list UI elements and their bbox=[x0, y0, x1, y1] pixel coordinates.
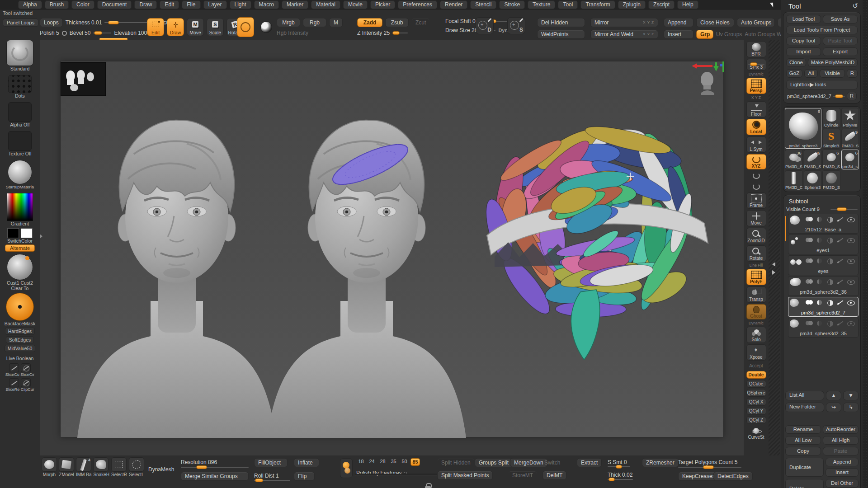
reference-thumbnail[interactable] bbox=[61, 62, 106, 96]
paint-icon[interactable] bbox=[806, 320, 813, 326]
menu-item-layer[interactable]: Layer bbox=[203, 0, 227, 9]
shelf-qcyl-z-button[interactable]: QCyl Z bbox=[746, 416, 766, 424]
detectedges-button[interactable]: DetectEdges bbox=[713, 472, 753, 481]
append-subtool-button[interactable]: Append bbox=[826, 458, 859, 466]
delmt-button[interactable]: DelMT bbox=[542, 471, 566, 480]
midvalue50-button[interactable]: MidValue50 bbox=[5, 345, 36, 352]
clipcurve-icon[interactable] bbox=[21, 378, 31, 387]
menu-item-render[interactable]: Render bbox=[440, 0, 467, 9]
paint-icon[interactable] bbox=[806, 258, 813, 263]
brush-slot-morph[interactable]: Morph bbox=[42, 457, 57, 477]
shelf-qsphere-button[interactable]: QSphere bbox=[746, 389, 766, 397]
rgb-intensity-slider[interactable]: Rgb Intensity bbox=[277, 30, 308, 36]
clone-button[interactable]: Clone bbox=[786, 58, 806, 67]
brush-icon[interactable] bbox=[837, 320, 844, 326]
loops-button[interactable]: Loops bbox=[40, 18, 63, 27]
z-intensity-slider[interactable]: Z Intensity 25 bbox=[357, 30, 390, 36]
resolution-preset-50[interactable]: 50 bbox=[400, 458, 409, 466]
all-low-button[interactable]: All Low bbox=[785, 436, 821, 445]
zsub-button[interactable]: Zsub bbox=[385, 18, 409, 27]
divider-collapse-right-icon[interactable] bbox=[772, 270, 775, 275]
paint-icon[interactable] bbox=[806, 300, 813, 305]
subtool-up-button[interactable]: ▲ bbox=[826, 391, 841, 400]
shade-icon[interactable] bbox=[816, 320, 823, 326]
lock-icon[interactable] bbox=[425, 486, 431, 488]
resolution-preset-24[interactable]: 24 bbox=[367, 458, 377, 466]
subtool-row-pm3d_sphere3d2_36[interactable]: pm3d_sphere3d2_36 bbox=[788, 276, 859, 296]
make-polymesh3d-button[interactable]: Make PolyMesh3D bbox=[808, 58, 858, 67]
storemt-button[interactable]: StoreMT bbox=[508, 471, 537, 480]
shelf-divider-strip[interactable] bbox=[769, 40, 780, 455]
shelf-l-sym-button[interactable]: L.Sym bbox=[746, 136, 766, 153]
save-as-button[interactable]: Save As bbox=[823, 15, 858, 23]
shelf-ghost-button[interactable]: Ghost bbox=[746, 304, 766, 319]
color-picker[interactable] bbox=[7, 193, 33, 221]
dynamic-draw-size-d-button[interactable]: D bbox=[476, 17, 494, 34]
hardedges-button[interactable]: HardEdges bbox=[5, 328, 35, 335]
polish-slider[interactable]: Polish 5 bbox=[40, 30, 59, 36]
menu-item-stroke[interactable]: Stroke bbox=[499, 0, 525, 9]
close-holes-button[interactable]: Close Holes bbox=[696, 18, 734, 27]
edit-button[interactable]: Edit bbox=[147, 18, 164, 36]
del-other-button[interactable]: Del Other bbox=[826, 479, 859, 488]
goz-button[interactable]: GoZ bbox=[786, 69, 802, 78]
lightbox-tools-button[interactable]: Lightbox▶Tools bbox=[786, 80, 858, 89]
focal-shift-slider[interactable]: Focal Shift 0 bbox=[445, 18, 476, 24]
backfacemask-thumbnail[interactable] bbox=[6, 293, 34, 321]
split-masked-points-shelf-button[interactable]: Split Masked Points bbox=[437, 471, 493, 480]
menu-item-zscript[interactable]: Zscript bbox=[648, 0, 675, 9]
polish-by-features-button[interactable]: Polish By Features bbox=[356, 470, 402, 476]
contrast-icon[interactable] bbox=[826, 258, 834, 263]
shelf-double-button[interactable]: Double bbox=[746, 371, 766, 379]
zremesher-button[interactable]: ZRemesher bbox=[642, 458, 679, 467]
tool-thumbnail-polyme[interactable]: PolyMe bbox=[841, 108, 859, 128]
subtool-row-pm3d_sphere3d2_7[interactable]: pm3d_sphere3d2_7 bbox=[788, 297, 859, 317]
bevel-track[interactable] bbox=[93, 33, 111, 33]
m-button[interactable]: M bbox=[329, 18, 343, 27]
load-tool-button[interactable]: Load Tool bbox=[786, 15, 821, 23]
dynamesh-project-icon[interactable] bbox=[340, 458, 353, 478]
shelf-curvest-button[interactable]: CurveSt bbox=[746, 425, 766, 441]
split-hidden-shelf-button[interactable]: Split Hidden bbox=[437, 458, 475, 467]
softedges-button[interactable]: SoftEdges bbox=[6, 336, 34, 343]
shelf-qcyl-x-button[interactable]: QCyl X bbox=[746, 398, 766, 406]
mergedown-button[interactable]: MergeDown bbox=[510, 458, 547, 467]
duplicate-button[interactable]: Duplicate bbox=[785, 458, 824, 477]
menu-item-brush[interactable]: Brush bbox=[45, 0, 69, 9]
slicecurve-icon[interactable] bbox=[9, 363, 19, 372]
axis-gizmo[interactable] bbox=[692, 61, 724, 72]
active-tool-slider[interactable]: pm3d_sphere3d2_7. 52 bbox=[787, 94, 831, 99]
menu-item-material[interactable]: Material bbox=[311, 0, 340, 9]
grp-button[interactable]: Grp bbox=[696, 30, 713, 39]
weldpoints-button[interactable]: WeldPoints bbox=[537, 30, 585, 39]
tool-thumbnail-sphere3[interactable]: Sphere3 bbox=[804, 170, 822, 190]
brush-slot-selectl[interactable]: SelectL bbox=[129, 457, 144, 477]
tool-thumbnail-simpleb[interactable]: SSimpleB bbox=[822, 129, 840, 149]
document-area[interactable] bbox=[60, 61, 724, 437]
dynamesh-button[interactable]: DynaMesh bbox=[148, 466, 174, 473]
tool-thumbnail-pm3d-sphere3[interactable]: 6pm3d_sphere3 bbox=[785, 108, 821, 149]
cust2-button[interactable]: Cust2 bbox=[20, 280, 33, 286]
shelf-solo-button[interactable]: Solo bbox=[746, 327, 766, 343]
shelf-xpose-button[interactable]: Xpose bbox=[746, 344, 766, 361]
rgb-button[interactable]: Rgb bbox=[303, 18, 326, 27]
active-tool-r-button[interactable]: R bbox=[847, 92, 857, 100]
switch-button[interactable]: Switch bbox=[544, 460, 560, 466]
draw-button[interactable]: -¦-Draw bbox=[167, 18, 184, 36]
merge-similar-groups-button[interactable]: Merge Similar Groups bbox=[181, 472, 249, 481]
shelf-rotate-button[interactable]: Rotate bbox=[746, 245, 766, 262]
visible-count-slider[interactable]: Visible Count 9 bbox=[786, 206, 829, 212]
resolution-preset-28[interactable]: 28 bbox=[378, 458, 387, 466]
cust1-button[interactable]: Cust1 bbox=[7, 280, 19, 286]
menu-item-texture[interactable]: Texture bbox=[528, 0, 555, 9]
brush-icon[interactable] bbox=[837, 279, 844, 284]
menu-item-transform[interactable]: Transform bbox=[580, 0, 615, 9]
shelf-floor-button[interactable]: Floor bbox=[746, 101, 766, 117]
divider-collapse-left-icon[interactable] bbox=[772, 262, 775, 267]
eye-icon[interactable] bbox=[847, 300, 854, 305]
tool-thumbnail-cylinde[interactable]: Cylinde bbox=[822, 108, 840, 128]
shelf-rotg-button[interactable] bbox=[746, 171, 766, 180]
delete-button[interactable]: Delete bbox=[785, 479, 824, 488]
brush-icon[interactable] bbox=[837, 300, 844, 305]
left-divider-arrow[interactable] bbox=[40, 234, 42, 239]
